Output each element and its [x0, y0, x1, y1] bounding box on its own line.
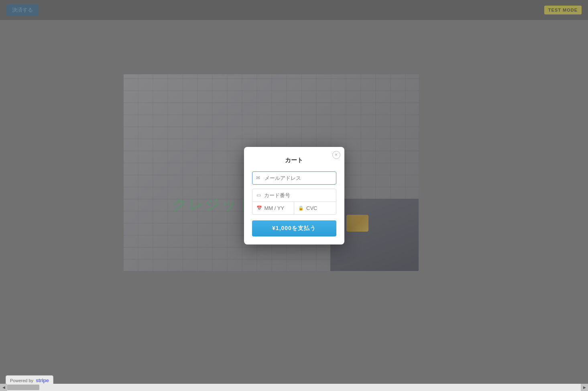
pay-button[interactable]: ¥1,000を支払う	[252, 220, 336, 236]
scroll-left-arrow[interactable]: ◀	[0, 384, 7, 391]
card-number-row: ▭	[252, 189, 336, 202]
card-bottom-row: 📅 🔒	[252, 202, 336, 214]
lock-icon: 🔒	[298, 206, 304, 211]
card-fields-container: ▭ 📅 🔒	[252, 189, 336, 215]
expiry-field: 📅	[252, 202, 295, 214]
modal-close-button[interactable]: ×	[332, 151, 340, 159]
calendar-icon: 📅	[256, 206, 262, 211]
expiry-input[interactable]	[264, 205, 290, 211]
scroll-track[interactable]	[7, 384, 581, 391]
powered-by-label: Powered by	[10, 378, 33, 383]
card-number-input[interactable]	[264, 192, 332, 198]
email-input[interactable]	[252, 171, 336, 185]
stripe-logo: stripe	[36, 377, 49, 383]
email-field-wrapper: ✉	[252, 171, 336, 185]
horizontal-scrollbar[interactable]: ◀ ▶	[0, 384, 588, 391]
scroll-thumb[interactable]	[7, 385, 39, 390]
modal-title: カート	[252, 157, 336, 164]
scroll-right-arrow[interactable]: ▶	[581, 384, 588, 391]
modal-backdrop: × カート ✉ ▭ 📅 🔒 ¥1	[0, 0, 588, 391]
card-icon: ▭	[256, 192, 261, 198]
payment-modal: × カート ✉ ▭ 📅 🔒 ¥1	[244, 147, 344, 244]
cvc-input[interactable]	[306, 205, 332, 211]
cvc-field: 🔒	[294, 202, 336, 214]
